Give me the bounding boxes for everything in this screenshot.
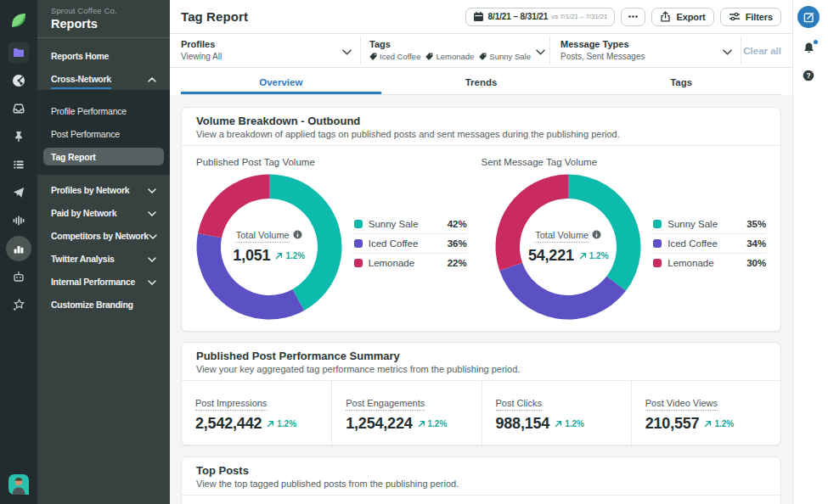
legend-label: Lemonade [369, 258, 414, 268]
legend-swatch [653, 239, 662, 248]
help-button[interactable]: ? [803, 70, 814, 85]
compose-button[interactable] [797, 6, 820, 28]
sidebar-item-label: Tag Report [51, 152, 96, 162]
chevron-down-icon [148, 185, 156, 195]
sidebar-item-label: Internal Performance [51, 277, 135, 287]
chart-title: Published Post Tag Volume [196, 157, 482, 169]
arrow-up-right-icon [267, 420, 274, 428]
sidebar-item-tag-report[interactable]: Tag Report [43, 148, 164, 165]
app-window: Sprout Coffee Co. Reports Reports Home C… [0, 0, 828, 504]
total-volume-value: 54,221 [528, 247, 574, 265]
nav-reports-icon[interactable] [5, 234, 33, 262]
chevron-down-icon [536, 43, 545, 59]
delta-value: 1.2% [565, 419, 584, 428]
sidebar-item-competitors-by-network[interactable]: Competitors by Network [37, 224, 170, 247]
sidebar-item-paid-by-network[interactable]: Paid by Network [37, 201, 170, 224]
notifications-button[interactable] [803, 42, 815, 58]
page-header: Tag Report 8/1/21 – 8/31/21 vs 7/1/21 – … [170, 0, 792, 34]
reports-active-indicator [6, 236, 31, 261]
nav-bot-icon[interactable] [5, 262, 33, 290]
sprout-logo-icon[interactable] [9, 11, 28, 30]
total-volume-label: Total Volume [236, 230, 290, 243]
top-posts-card: Top Posts View the top tagged published … [181, 456, 781, 504]
legend-item[interactable]: Lemonade30% [653, 253, 766, 272]
chart-title: Sent Message Tag Volume [482, 157, 781, 169]
tab-trends[interactable]: Trends [381, 68, 582, 94]
chart-legend: Sunny Sale35%Iced Coffee34%Lemonade30% [653, 214, 766, 272]
sidebar-item-profiles-by-network[interactable]: Profiles by Network [37, 178, 170, 201]
sidebar-item-label: Profile Performance [51, 106, 127, 116]
legend-swatch [354, 239, 363, 248]
legend-value: 34% [746, 238, 766, 249]
nav-inbox-icon[interactable] [5, 94, 33, 122]
legend-label: Sunny Sale [667, 219, 718, 229]
sidebar-item-label: Twitter Analysis [51, 254, 115, 264]
filter-bar: Profiles Viewing All Tags Iced CoffeeLem… [170, 34, 792, 68]
notification-dot [814, 40, 818, 44]
sidebar-item-reports-home[interactable]: Reports Home [37, 44, 170, 67]
legend-item[interactable]: Sunny Sale35% [653, 214, 766, 233]
sidebar-item-label: Competitors by Network [51, 231, 149, 241]
message-types-filter[interactable]: Message Types Posts, Sent Messages [550, 34, 741, 67]
delta-value: 1.2% [714, 419, 734, 428]
filters-icon [729, 11, 741, 22]
legend-item[interactable]: Lemonade22% [354, 253, 467, 272]
legend-label: Lemonade [667, 258, 713, 268]
donut-chart: Total Volume1,0511.2%Sunny Sale42%Iced C… [182, 174, 482, 320]
sidebar-item-internal-performance[interactable]: Internal Performance [37, 270, 170, 293]
tag-chip-label: Sunny Sale [489, 51, 531, 62]
legend-item[interactable]: Sunny Sale42% [354, 214, 467, 233]
delta-badge: 1.2% [704, 419, 734, 428]
sidebar-item-label: Paid by Network [51, 208, 116, 218]
donut-charts-row: Published Post Tag VolumeTotal Volume1,0… [182, 146, 780, 320]
nav-listening-icon[interactable] [5, 206, 33, 234]
nav-queue-icon[interactable] [5, 150, 33, 178]
icon-rail [0, 0, 37, 504]
nav-pin-icon[interactable] [5, 122, 33, 150]
more-options-button[interactable] [621, 8, 645, 26]
total-volume-row: Total Volume [236, 229, 302, 243]
donut-chart-section: Sent Message Tag VolumeTotal Volume54,22… [482, 157, 781, 320]
info-icon[interactable] [293, 227, 302, 243]
clear-all-button[interactable]: Clear all [741, 34, 792, 67]
summary-card-description: View your key aggregated tag performance… [196, 364, 766, 375]
tag-chip: Iced Coffee [369, 51, 420, 62]
user-avatar[interactable] [8, 473, 30, 496]
metric-value: 2,542,442 [195, 415, 262, 433]
sidebar-item-profile-performance[interactable]: Profile Performance [37, 99, 170, 122]
chevron-up-icon [148, 74, 156, 84]
nav-star-icon[interactable] [5, 290, 33, 318]
info-icon[interactable] [592, 227, 601, 243]
legend-swatch [354, 259, 363, 267]
main-content: Tag Report 8/1/21 – 8/31/21 vs 7/1/21 – … [170, 0, 792, 504]
nav-folder-icon[interactable] [5, 38, 33, 66]
nav-publishing-icon[interactable] [5, 178, 33, 206]
delta-value: 1.2% [285, 251, 305, 260]
summary-card-title: Published Post Performance Summary [196, 350, 766, 362]
legend-item[interactable]: Iced Coffee34% [653, 233, 766, 253]
metric-value-row: 988,1541.2% [496, 415, 622, 433]
delta-value: 1.2% [277, 419, 296, 428]
metric-post-engagements: Post Engagements1,254,2241.2% [331, 381, 481, 449]
donut-center: Total Volume54,2211.2% [495, 174, 641, 320]
tags-filter[interactable]: Tags Iced CoffeeLemonadeSunny Sale [361, 34, 549, 67]
metric-post-impressions: Post Impressions2,542,4421.2% [182, 381, 331, 449]
legend-item[interactable]: Iced Coffee36% [354, 233, 467, 253]
sidebar-item-post-performance[interactable]: Post Performance [37, 122, 170, 145]
volume-breakdown-card: Volume Breakdown - Outbound View a break… [181, 107, 781, 332]
filters-button[interactable]: Filters [720, 8, 781, 26]
sidebar-item-customize-branding[interactable]: Customize Branding [37, 293, 170, 316]
metric-value: 988,154 [496, 415, 550, 433]
profiles-filter[interactable]: Profiles Viewing All [181, 34, 360, 67]
sidebar-item-twitter-analysis[interactable]: Twitter Analysis [37, 247, 170, 270]
chevron-down-icon [148, 254, 156, 264]
export-button[interactable]: Export [651, 8, 713, 26]
metric-post-clicks: Post Clicks988,1541.2% [482, 381, 631, 449]
tab-tags[interactable]: Tags [581, 68, 781, 94]
chart-legend: Sunny Sale42%Iced Coffee36%Lemonade22% [354, 214, 467, 272]
date-range-button[interactable]: 8/1/21 – 8/31/21 vs 7/1/21 – 7/31/21 [465, 8, 616, 26]
volume-card-title: Volume Breakdown - Outbound [196, 115, 766, 127]
sidebar-item-cross-network[interactable]: Cross-Network [37, 67, 170, 90]
nav-gauge-icon[interactable] [5, 66, 33, 94]
tab-overview[interactable]: Overview [181, 68, 381, 94]
